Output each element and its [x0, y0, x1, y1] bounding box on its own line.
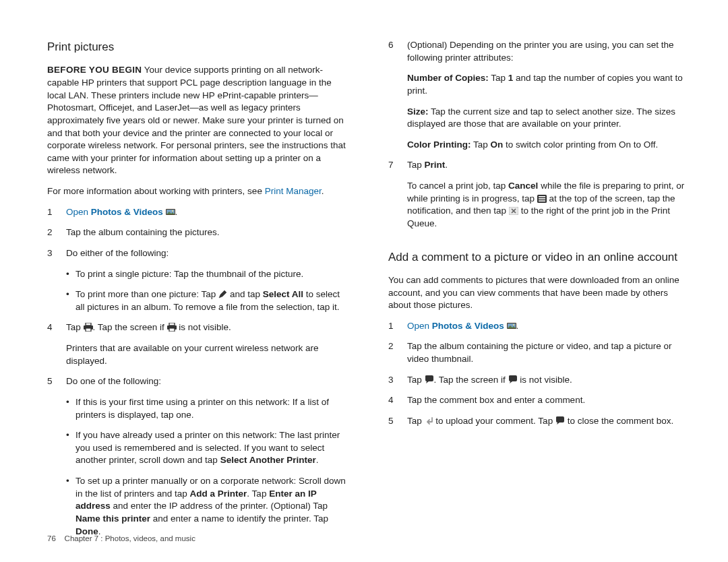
photos-videos-icon: [507, 321, 516, 330]
page-content: Print pictures BEFORE YOU BEGIN Your dev…: [0, 0, 728, 546]
printer-icon: [84, 323, 93, 332]
before-label: BEFORE YOU BEGIN: [47, 65, 142, 75]
step-5-bullets: •If this is your first time using a prin…: [47, 396, 349, 538]
c-step-3: 3 Tap . Tap the screen if is not visible…: [388, 374, 690, 387]
enter-arrow-icon: [425, 417, 433, 425]
step-3: 3 Do either of the following:: [47, 247, 349, 260]
chapter-label: Chapter 7 : Photos, videos, and music: [65, 534, 195, 542]
add-comment-intro: You can add comments to pictures that we…: [388, 274, 690, 312]
step-1: 1 Open Photos & Videos .: [47, 206, 349, 219]
c-step-5: 5 Tap to upload your comment. Tap to clo…: [388, 415, 690, 428]
photos-videos-icon: [166, 208, 175, 216]
step-4: 4 Tap . Tap the screen if is not visible…: [47, 321, 349, 367]
step-7: 7 Tap Print. To cancel a print job, tap …: [388, 159, 690, 230]
c-step-1: 1 Open Photos & Videos .: [388, 320, 690, 333]
page-footer: 76 Chapter 7 : Photos, videos, and music: [47, 534, 195, 544]
heading-add-comment: Add a comment to a picture or video in a…: [388, 249, 690, 265]
before-text: Your device supports printing on all net…: [47, 65, 346, 175]
right-column: 6 (Optional) Depending on the printer yo…: [388, 39, 690, 546]
step-6: 6 (Optional) Depending on the printer yo…: [388, 39, 690, 151]
more-info: For more information about working with …: [47, 185, 349, 198]
link-open[interactable]: Open: [66, 207, 88, 217]
c-step-4: 4 Tap the comment box and enter a commen…: [388, 394, 690, 407]
pencil-icon: [218, 290, 227, 299]
heading-print-pictures: Print pictures: [47, 39, 349, 55]
printer-icon: [167, 323, 177, 332]
link-print-manager[interactable]: Print Manager: [265, 186, 322, 196]
left-column: Print pictures BEFORE YOU BEGIN Your dev…: [47, 39, 349, 546]
speech-bubble-icon: [425, 375, 434, 384]
step-5: 5 Do one of the following:: [47, 375, 349, 388]
close-icon: [509, 207, 518, 215]
c-step-2: 2 Tap the album containing the picture o…: [388, 340, 690, 365]
step-2: 2 Tap the album containing the pictures.: [47, 226, 349, 239]
before-you-begin: BEFORE YOU BEGIN Your device supports pr…: [47, 64, 349, 177]
speech-bubble-icon: [508, 375, 518, 384]
step-3-bullets: •To print a single picture: Tap the thum…: [47, 268, 349, 314]
page-number: 76: [47, 534, 56, 542]
speech-bubble-icon: [555, 416, 565, 425]
menu-bars-icon: [537, 195, 547, 203]
